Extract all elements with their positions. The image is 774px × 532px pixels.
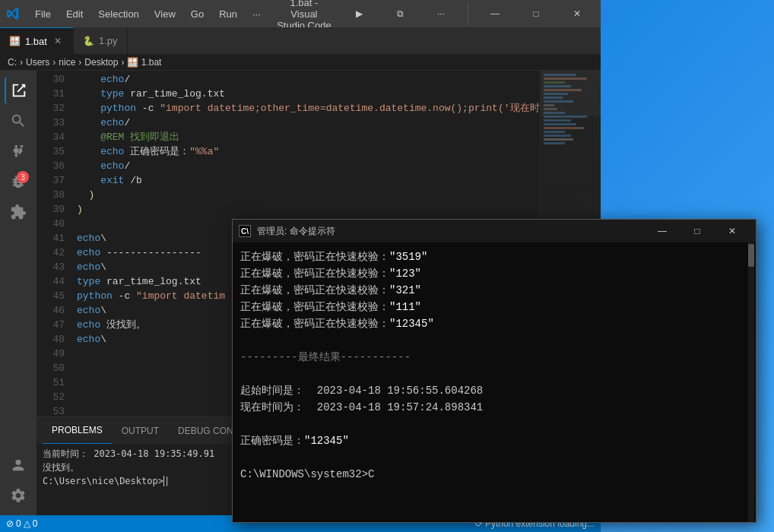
cmd-title: 管理员: 命令提示符 [257, 225, 639, 238]
debug-badge: 3 [17, 171, 29, 183]
activity-search[interactable] [5, 107, 32, 135]
tab-bat-label: 1.bat [25, 36, 47, 47]
status-errors[interactable]: ⊘ 0 △ 0 [6, 518, 37, 529]
menu-view[interactable]: View [148, 5, 182, 23]
breadcrumb: C: › Users › nice › Desktop › 🪟 1.bat [0, 54, 601, 71]
cmd-line-8: 起始时间是： 2023-04-18 19:56:55.604268 [240, 382, 748, 399]
cmd-divider: ---------最终结果----------- [240, 349, 748, 366]
status-left: ⊘ 0 △ 0 [6, 518, 37, 529]
panel-tab-problems[interactable]: PROBLEMS [43, 417, 113, 444]
activity-account[interactable] [5, 451, 32, 479]
vscode-icon [6, 7, 20, 21]
menu-file[interactable]: File [29, 5, 57, 23]
cmd-line-10 [240, 416, 748, 432]
cmd-line-9: 现在时间为： 2023-04-18 19:57:24.898341 [240, 399, 748, 416]
cmd-line-4: 正在爆破，密码正在快速校验："111" [240, 299, 748, 315]
tab-bat-icon: 🪟 [9, 36, 21, 46]
error-count: 0 [16, 518, 21, 529]
tab-py-label: 1.py [99, 35, 118, 46]
menu-more[interactable]: ··· [246, 5, 267, 23]
code-line-31: type rar_time_log.txt [71, 87, 540, 101]
cmd-line-5: 正在爆破，密码正在快速校验："12345" [240, 315, 748, 332]
cmd-icon: C\ [239, 225, 251, 237]
activity-extensions[interactable] [5, 198, 32, 226]
cmd-line-11: 正确密码是："12345" [240, 432, 748, 449]
activity-explorer[interactable] [5, 77, 32, 104]
warning-icon: △ [24, 518, 30, 529]
tab-bat-close[interactable]: ✕ [52, 35, 64, 47]
code-line-39: ) [71, 202, 540, 217]
breadcrumb-file[interactable]: 🪟 1.bat [127, 57, 161, 68]
cmd-scrollbar[interactable] [748, 242, 754, 522]
breadcrumb-users[interactable]: Users [26, 57, 49, 68]
cmd-line-6 [240, 332, 748, 349]
title-bar: File Edit Selection View Go Run ··· 1.ba… [0, 0, 601, 27]
cmd-maximize[interactable]: □ [680, 220, 715, 242]
code-line-38: ) [71, 188, 540, 202]
cmd-content[interactable]: 正在爆破，密码正在快速校验："3519" 正在爆破，密码正在快速校验："123"… [233, 242, 756, 522]
activity-bar: 3 [0, 71, 36, 515]
window-controls: ▶ ⧉ ··· — □ ✕ [341, 0, 595, 27]
activity-settings[interactable] [5, 482, 32, 509]
cmd-title-bar: C\ 管理员: 命令提示符 — □ ✕ [233, 220, 756, 242]
cmd-close[interactable]: ✕ [715, 220, 750, 242]
tab-py-icon: 🐍 [83, 36, 94, 46]
activity-debug[interactable]: 3 [5, 168, 32, 195]
maximize-button[interactable]: □ [519, 0, 554, 27]
activity-source-control[interactable] [5, 138, 32, 165]
tab-py[interactable]: 🐍 1.py [74, 27, 128, 54]
code-line-33: echo/ [71, 116, 540, 130]
cmd-line-12 [240, 449, 748, 466]
warning-count: 0 [33, 518, 38, 529]
activity-bottom [5, 451, 32, 509]
code-line-30: echo/ [71, 72, 540, 87]
tabs-bar: 🪟 1.bat ✕ 🐍 1.py [0, 27, 601, 54]
panel-tab-output[interactable]: OUTPUT [113, 417, 169, 444]
cmd-line-3: 正在爆破，密码正在快速校验："321" [240, 282, 748, 299]
toolbar-run[interactable]: ▶ [341, 0, 376, 27]
minimize-button[interactable]: — [477, 0, 512, 27]
cmd-line-prompt: C:\WINDOWS\system32>C [240, 466, 748, 483]
menu-selection[interactable]: Selection [92, 5, 144, 23]
cmd-minimize[interactable]: — [645, 220, 680, 242]
toolbar-split[interactable]: ⧉ [382, 0, 417, 27]
cmd-scrollbar-thumb [748, 244, 754, 267]
menu-edit[interactable]: Edit [60, 5, 89, 23]
tab-bat[interactable]: 🪟 1.bat ✕ [0, 27, 74, 54]
breadcrumb-c[interactable]: C: [8, 57, 17, 68]
cmd-line-7 [240, 366, 748, 382]
menu-go[interactable]: Go [185, 5, 210, 23]
window-title: 1.bat - Visual Studio Code [276, 0, 332, 31]
close-button[interactable]: ✕ [560, 0, 595, 27]
breadcrumb-nice[interactable]: nice [59, 57, 75, 68]
cmd-line-2: 正在爆破，密码正在快速校验："123" [240, 265, 748, 282]
menu-bar: File Edit Selection View Go Run ··· [29, 5, 267, 23]
cmd-controls: — □ ✕ [645, 220, 750, 242]
menu-run[interactable]: Run [213, 5, 243, 23]
error-icon: ⊘ [6, 518, 14, 529]
code-line-37: exit /b [71, 173, 540, 188]
code-line-36: echo/ [71, 159, 540, 173]
toolbar-more[interactable]: ··· [423, 0, 458, 27]
code-line-34: @REM 找到即退出 [71, 130, 540, 144]
breadcrumb-desktop[interactable]: Desktop [84, 57, 118, 68]
cmd-line-1: 正在爆破，密码正在快速校验："3519" [240, 249, 748, 265]
code-line-35: echo 正确密码是："%%a" [71, 144, 540, 159]
cmd-window: C\ 管理员: 命令提示符 — □ ✕ 正在爆破，密码正在快速校验："3519"… [232, 219, 757, 523]
line-numbers: 30 31 32 33 34 35 36 37 38 39 40 41 42 4… [36, 71, 71, 416]
code-line-32: python -c "import datetime;other_time=da… [71, 101, 540, 116]
